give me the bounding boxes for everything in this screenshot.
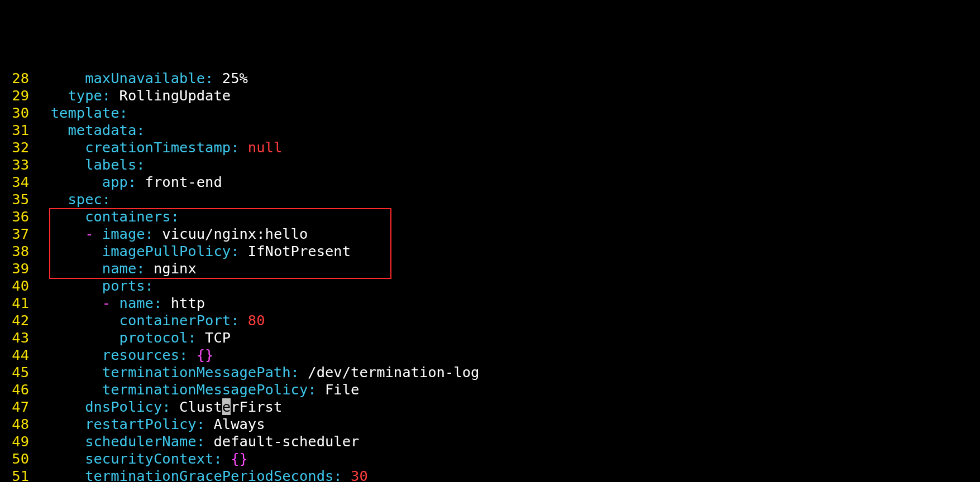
line-content[interactable]: template: [34, 104, 980, 122]
code-line[interactable]: 33 labels: [0, 156, 980, 173]
code-line[interactable]: 47 dnsPolicy: ClusterFirst [0, 398, 980, 416]
code-line[interactable]: 40 ports: [0, 277, 980, 295]
code-line[interactable]: 39 name: nginx [0, 260, 980, 277]
line-content[interactable]: resources: {} [34, 346, 980, 364]
line-content[interactable]: terminationGracePeriodSeconds: 30 [34, 467, 980, 482]
line-content[interactable]: schedulerName: default-scheduler [34, 433, 980, 450]
line-content[interactable]: metadata: [34, 122, 980, 139]
line-content[interactable]: restartPolicy: Always [34, 416, 980, 433]
line-number: 46 [0, 381, 34, 398]
line-content[interactable]: - image: vicuu/nginx:hello [34, 225, 980, 243]
code-line[interactable]: 46 terminationMessagePolicy: File [0, 381, 980, 398]
line-number: 33 [0, 156, 34, 173]
line-content[interactable]: maxUnavailable: 25% [34, 70, 980, 87]
code-line[interactable]: 37 - image: vicuu/nginx:hello [0, 225, 980, 243]
line-content[interactable]: type: RollingUpdate [34, 87, 980, 104]
line-content[interactable]: protocol: TCP [34, 329, 980, 346]
line-number: 34 [0, 173, 34, 191]
line-number: 45 [0, 364, 34, 381]
line-content[interactable]: ports: [34, 277, 980, 295]
line-number: 47 [0, 398, 34, 416]
line-number: 48 [0, 416, 34, 433]
line-content[interactable]: name: nginx [34, 260, 980, 277]
code-line[interactable]: 45 terminationMessagePath: /dev/terminat… [0, 364, 980, 381]
code-line[interactable]: 34 app: front-end [0, 173, 980, 191]
line-number: 43 [0, 329, 34, 346]
code-line[interactable]: 49 schedulerName: default-scheduler [0, 433, 980, 450]
code-line[interactable]: 28 maxUnavailable: 25% [0, 70, 980, 87]
line-number: 38 [0, 243, 34, 260]
line-number: 29 [0, 87, 34, 104]
line-content[interactable]: dnsPolicy: ClusterFirst [34, 398, 980, 416]
line-number: 51 [0, 467, 34, 482]
line-number: 39 [0, 260, 34, 277]
code-line[interactable]: 43 protocol: TCP [0, 329, 980, 346]
code-line[interactable]: 44 resources: {} [0, 346, 980, 364]
line-number: 30 [0, 104, 34, 122]
code-line[interactable]: 29 type: RollingUpdate [0, 87, 980, 104]
code-line[interactable]: 36 containers: [0, 208, 980, 225]
line-number: 50 [0, 450, 34, 467]
code-line[interactable]: 50 securityContext: {} [0, 450, 980, 467]
line-content[interactable]: securityContext: {} [34, 450, 980, 467]
line-content[interactable]: - name: http [34, 295, 980, 312]
line-number: 44 [0, 346, 34, 364]
line-number: 41 [0, 295, 34, 312]
code-line[interactable]: 42 containerPort: 80 [0, 312, 980, 329]
line-content[interactable]: terminationMessagePath: /dev/termination… [34, 364, 980, 381]
line-number: 32 [0, 139, 34, 156]
line-content[interactable]: terminationMessagePolicy: File [34, 381, 980, 398]
text-cursor: e [222, 398, 231, 415]
code-line[interactable]: 48 restartPolicy: Always [0, 416, 980, 433]
line-content[interactable]: app: front-end [34, 173, 980, 191]
code-editor[interactable]: 28 maxUnavailable: 25%29 type: RollingUp… [0, 70, 980, 482]
code-line[interactable]: 38 imagePullPolicy: IfNotPresent [0, 243, 980, 260]
code-line[interactable]: 41 - name: http [0, 295, 980, 312]
code-line[interactable]: 51 terminationGracePeriodSeconds: 30 [0, 467, 980, 482]
line-number: 31 [0, 122, 34, 139]
code-line[interactable]: 32 creationTimestamp: null [0, 139, 980, 156]
line-number: 28 [0, 70, 34, 87]
line-content[interactable]: containerPort: 80 [34, 312, 980, 329]
line-content[interactable]: creationTimestamp: null [34, 139, 980, 156]
code-line[interactable]: 35 spec: [0, 191, 980, 208]
line-number: 42 [0, 312, 34, 329]
line-number: 37 [0, 225, 34, 243]
line-content[interactable]: spec: [34, 191, 980, 208]
line-number: 40 [0, 277, 34, 295]
code-line[interactable]: 31 metadata: [0, 122, 980, 139]
line-content[interactable]: labels: [34, 156, 980, 173]
line-content[interactable]: imagePullPolicy: IfNotPresent [34, 243, 980, 260]
code-line[interactable]: 30 template: [0, 104, 980, 122]
line-number: 36 [0, 208, 34, 225]
line-content[interactable]: containers: [34, 208, 980, 225]
line-number: 35 [0, 191, 34, 208]
line-number: 49 [0, 433, 34, 450]
